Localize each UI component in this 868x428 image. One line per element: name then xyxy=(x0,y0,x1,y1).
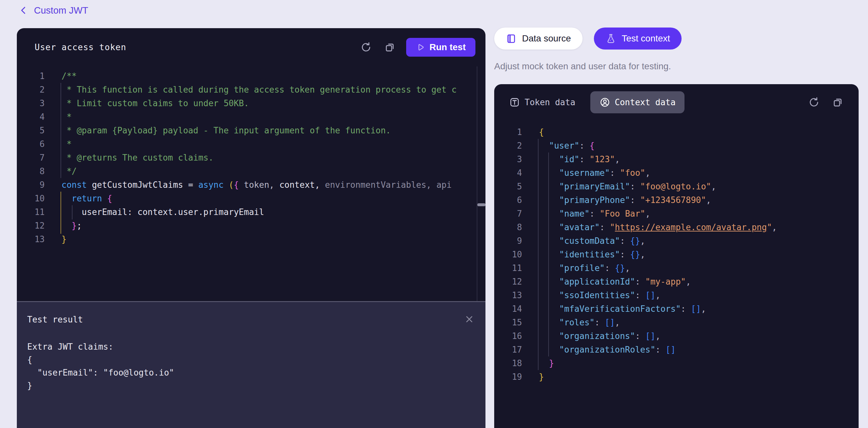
token-editor-panel: User access token Run test 1/**2 * This … xyxy=(17,28,486,428)
line-number: 4 xyxy=(494,166,522,180)
chevron-left-icon xyxy=(19,4,29,16)
tab-token-data-label: Token data xyxy=(525,97,576,107)
code-line: 2 "user": { xyxy=(494,139,859,152)
line-number: 18 xyxy=(494,357,522,370)
line-number: 19 xyxy=(494,370,522,384)
editor-ruler xyxy=(477,66,477,301)
code-line: 13} xyxy=(17,233,486,246)
indent-guide xyxy=(538,139,538,370)
code-line: 1/** xyxy=(17,69,486,83)
close-result-button[interactable] xyxy=(463,314,475,325)
code-line: 6 * xyxy=(17,137,486,151)
code-line: 10 return { xyxy=(17,192,486,205)
line-number: 5 xyxy=(17,124,45,137)
back-link-label: Custom JWT xyxy=(34,5,88,16)
test-result-content: Extra JWT claims: { "userEmail": "foo@lo… xyxy=(27,340,475,392)
close-icon xyxy=(464,314,474,325)
line-number: 8 xyxy=(17,164,45,178)
line-number: 13 xyxy=(494,288,522,302)
scrollbar-thumb[interactable] xyxy=(477,203,486,206)
line-number: 5 xyxy=(494,180,522,193)
code-line: 5 * @param {Payload} payload - The input… xyxy=(17,124,486,137)
custom-jwt-page: Custom JWT User access token Run test xyxy=(0,0,868,428)
indent-guide xyxy=(72,205,72,219)
book-icon xyxy=(506,33,517,44)
code-line: 3 * Limit custom claims to under 50KB. xyxy=(17,96,486,110)
tab-context-data-label: Context data xyxy=(615,97,676,107)
copy-icon xyxy=(384,41,396,53)
line-number: 12 xyxy=(494,275,522,288)
line-number: 15 xyxy=(494,316,522,329)
context-hint: Adjust mock token and user data for test… xyxy=(494,61,671,71)
line-number: 11 xyxy=(494,261,522,275)
code-editor[interactable]: 1/**2 * This function is called during t… xyxy=(17,66,486,301)
line-number: 8 xyxy=(494,220,522,234)
run-test-button[interactable]: Run test xyxy=(406,38,475,57)
copy-code-button[interactable] xyxy=(383,41,397,54)
refresh-icon xyxy=(808,96,820,108)
line-number: 6 xyxy=(17,137,45,151)
code-line: 7 * @returns The custom claims. xyxy=(17,151,486,164)
reset-code-button[interactable] xyxy=(360,41,373,54)
back-link[interactable]: Custom JWT xyxy=(19,4,88,16)
code-line: 8 */ xyxy=(17,164,486,178)
context-json-editor[interactable]: 1{2 "user": {3 "id": "123",4 "username":… xyxy=(494,120,859,428)
indent-guide xyxy=(548,152,549,357)
code-line: 12 }; xyxy=(17,219,486,233)
code-line: 11 userEmail: context.user.primaryEmail xyxy=(17,205,486,219)
tab-context-data[interactable]: Context data xyxy=(590,91,685,113)
editor-title: User access token xyxy=(35,42,126,52)
code-line: 1{ xyxy=(494,125,859,139)
code-line: 18 } xyxy=(494,357,859,370)
data-source-label: Data source xyxy=(522,33,571,44)
indent-guide-active xyxy=(61,192,61,234)
test-context-label: Test context xyxy=(622,33,670,44)
context-data-header: Token data Context data xyxy=(494,84,859,120)
test-result-title: Test result xyxy=(27,315,83,325)
refresh-icon xyxy=(360,41,372,53)
reset-context-button[interactable] xyxy=(807,96,820,109)
copy-icon xyxy=(832,96,844,108)
line-number: 17 xyxy=(494,343,522,357)
line-number: 9 xyxy=(17,178,45,192)
line-number: 2 xyxy=(494,139,522,152)
line-number: 4 xyxy=(17,110,45,124)
line-number: 7 xyxy=(494,207,522,220)
context-data-panel: Token data Context data 1{2 "user": {3 "… xyxy=(494,84,859,428)
tab-token-data[interactable]: Token data xyxy=(509,97,576,108)
test-context-pill[interactable]: Test context xyxy=(594,28,682,50)
play-icon xyxy=(416,43,425,52)
indent-guide xyxy=(61,83,61,178)
editor-header: User access token Run test xyxy=(17,28,486,66)
flask-icon xyxy=(606,33,616,44)
line-number: 13 xyxy=(17,233,45,246)
line-number: 3 xyxy=(494,152,522,166)
copy-context-button[interactable] xyxy=(831,96,844,109)
test-result-header: Test result xyxy=(27,302,475,325)
mode-toggle: Data source Test context xyxy=(494,28,682,50)
line-number: 16 xyxy=(494,329,522,343)
line-number: 14 xyxy=(494,302,522,316)
line-number: 10 xyxy=(17,192,45,205)
line-number: 11 xyxy=(17,205,45,219)
data-source-pill[interactable]: Data source xyxy=(494,28,583,50)
user-circle-icon xyxy=(599,97,610,108)
line-number: 2 xyxy=(17,83,45,96)
line-number: 12 xyxy=(17,219,45,233)
line-number: 7 xyxy=(17,151,45,164)
token-icon xyxy=(509,97,520,108)
code-line: 19} xyxy=(494,370,859,384)
line-number: 3 xyxy=(17,96,45,110)
test-result-panel: Test result Extra JWT claims: { "userEma… xyxy=(17,302,486,428)
line-number: 9 xyxy=(494,234,522,248)
code-line: 2 * This function is called during the a… xyxy=(17,83,486,96)
line-number: 10 xyxy=(494,248,522,261)
code-line: 4 * xyxy=(17,110,486,124)
run-test-label: Run test xyxy=(430,42,466,53)
line-number: 1 xyxy=(17,69,45,83)
code-lines: 1/**2 * This function is called during t… xyxy=(17,69,486,246)
code-line: 9const getCustomJwtClaims = async ({ tok… xyxy=(17,178,486,192)
line-number: 1 xyxy=(494,125,522,139)
line-number: 6 xyxy=(494,193,522,207)
